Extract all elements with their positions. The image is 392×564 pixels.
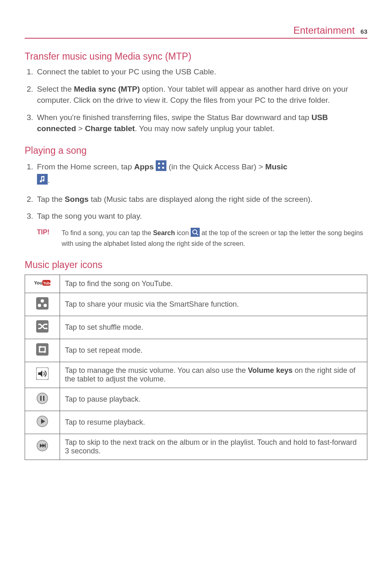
search-icon <box>191 228 200 239</box>
transfer-step-1: Connect the tablet to your PC using the … <box>35 66 367 78</box>
table-row: Tap to set repeat mode. <box>25 339 367 362</box>
next-track-icon <box>25 434 60 460</box>
youtube-desc: Tap to find the song on YouTube. <box>60 275 367 293</box>
transfer-step-3: When you're finished transferring files,… <box>35 112 367 134</box>
repeat-desc: Tap to set repeat mode. <box>60 339 367 362</box>
step-text-mid: > <box>76 124 85 133</box>
svg-point-2 <box>162 162 164 164</box>
tip-label: TIP! <box>37 228 62 249</box>
playing-step-1: From the Home screen, tap Apps (in the Q… <box>35 160 367 188</box>
repeat-icon <box>25 339 60 362</box>
tip-text-b: icon <box>175 229 191 236</box>
apps-icon <box>156 160 166 174</box>
section-transfer-heading: Transfer music using Media sync (MTP) <box>25 51 367 62</box>
svg-rect-32 <box>45 444 46 448</box>
transfer-step-2: Select the Media sync (MTP) option. Your… <box>35 83 367 106</box>
table-row: Tap to manage the music volume. You can … <box>25 362 367 388</box>
pause-icon <box>25 388 60 411</box>
play-desc: Tap to resume playback. <box>60 411 367 434</box>
step-text-end: . <box>48 176 50 185</box>
svg-point-14 <box>38 304 41 307</box>
header-title: Entertainment <box>293 25 355 36</box>
songs-label: Songs <box>65 195 89 203</box>
svg-point-3 <box>158 166 160 169</box>
svg-point-4 <box>162 166 164 169</box>
section-icons-heading: Music player icons <box>25 259 367 270</box>
icons-table: You Tube Tap to find the song on YouTube… <box>25 275 367 460</box>
youtube-icon: You Tube <box>25 275 60 293</box>
pause-desc: Tap to pause playback. <box>60 388 367 411</box>
svg-marker-23 <box>38 370 42 377</box>
playing-step-3: Tap the song you want to play. <box>35 210 367 222</box>
table-row: Tap to set shuffle mode. <box>25 316 367 339</box>
volume-icon <box>25 362 60 388</box>
next-track-desc: Tap to skip to the next track on the alb… <box>60 434 367 460</box>
svg-rect-12 <box>36 297 48 310</box>
svg-rect-6 <box>191 228 200 237</box>
svg-point-15 <box>44 304 47 307</box>
step-text-a: When you're finished transferring files,… <box>37 113 311 122</box>
shuffle-icon <box>25 316 60 339</box>
table-row: Tap to share your music via the SmartSha… <box>25 293 367 316</box>
svg-rect-25 <box>40 396 42 401</box>
table-row: Tap to skip to the next track on the alb… <box>25 434 367 460</box>
step-text: Connect the tablet to your PC using the … <box>37 67 216 76</box>
tip-row: TIP! To find a song, you can tap the Sea… <box>37 228 367 249</box>
volume-desc-a: Tap to manage the music volume. You can … <box>65 366 248 374</box>
svg-text:You: You <box>34 280 42 285</box>
step-text: Tap the song you want to play. <box>37 212 142 220</box>
step-text-mid: (in the Quick Access Bar) > <box>169 162 265 171</box>
page-header: Entertainment 63 <box>25 25 367 39</box>
media-sync-label: Media sync (MTP) <box>74 85 140 93</box>
play-icon <box>25 411 60 434</box>
svg-rect-0 <box>156 160 166 171</box>
svg-rect-19 <box>36 343 48 356</box>
music-label: Music <box>265 162 288 171</box>
step-text-b: tab (Music tabs are displayed along the … <box>89 195 313 203</box>
transfer-steps: Connect the tablet to your PC using the … <box>25 66 367 134</box>
svg-rect-5 <box>37 174 48 185</box>
table-row: Tap to resume playback. <box>25 411 367 434</box>
step-text-a: From the Home screen, tap <box>37 162 134 171</box>
apps-label: Apps <box>134 162 154 171</box>
svg-point-24 <box>37 393 48 404</box>
svg-point-13 <box>41 299 44 303</box>
table-row: Tap to pause playback. <box>25 388 367 411</box>
tip-text-a: To find a song, you can tap the <box>62 229 153 236</box>
smartshare-desc: Tap to share your music via the SmartSha… <box>60 293 367 316</box>
smartshare-icon <box>25 293 60 316</box>
playing-step-2: Tap the Songs tab (Music tabs are displa… <box>35 194 367 205</box>
search-label: Search <box>153 229 175 236</box>
shuffle-desc: Tap to set shuffle mode. <box>60 316 367 339</box>
section-playing-heading: Playing a song <box>25 145 367 156</box>
charge-tablet-label: Charge tablet <box>85 124 135 133</box>
volume-desc: Tap to manage the music volume. You can … <box>60 362 367 388</box>
step-text-a: Tap the <box>37 195 65 203</box>
svg-text:Tube: Tube <box>43 281 51 285</box>
svg-point-1 <box>158 162 160 164</box>
step-text-b: . You may now safely unplug your tablet. <box>135 124 274 133</box>
music-icon <box>37 174 48 188</box>
playing-steps: From the Home screen, tap Apps (in the Q… <box>25 160 367 222</box>
svg-rect-26 <box>43 396 44 401</box>
tip-text: To find a song, you can tap the Search i… <box>62 228 367 249</box>
step-text-a: Select the <box>37 85 74 93</box>
volume-keys-label: Volume keys <box>248 366 293 374</box>
page-number: 63 <box>360 28 367 35</box>
table-row: You Tube Tap to find the song on YouTube… <box>25 275 367 293</box>
